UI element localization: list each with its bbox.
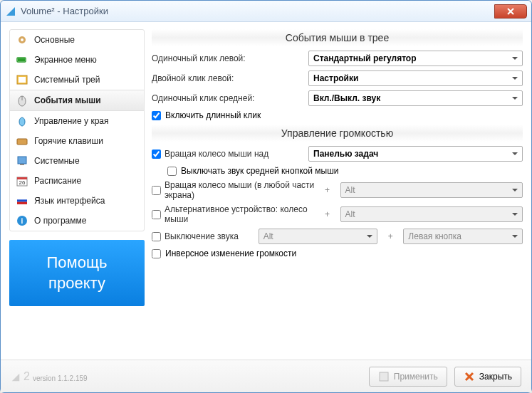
titlebar: Volume² - Настройки xyxy=(1,1,531,22)
plus-icon: + xyxy=(385,231,396,241)
close-icon xyxy=(507,8,514,15)
edge-icon xyxy=(16,115,28,127)
svg-rect-10 xyxy=(17,139,27,145)
info-icon: i xyxy=(16,214,28,227)
row-mute: Выключение звука Alt + Левая кнопка xyxy=(152,229,523,244)
row-inverse: Инверсное изменение громкости xyxy=(152,248,523,258)
label-inverse: Инверсное изменение громкости xyxy=(165,248,296,258)
section-tray-title: События мыши в трее xyxy=(152,29,523,46)
svg-rect-12 xyxy=(20,164,24,165)
svg-rect-17 xyxy=(17,199,27,201)
app-icon xyxy=(5,6,16,17)
window: Volume² - Настройки Основные Экранное ме… xyxy=(0,0,532,393)
sidebar-item-system[interactable]: Системные xyxy=(10,151,144,171)
sidebar-item-label: События мыши xyxy=(34,95,101,105)
sidebar: Основные Экранное меню Системный трей Со… xyxy=(9,29,145,360)
sidebar-item-hotkeys[interactable]: Горячие клавиши xyxy=(10,131,144,151)
close-button-footer[interactable]: Закрыть xyxy=(454,367,521,387)
svg-text:26: 26 xyxy=(19,179,26,186)
label-wheel-over: Вращая колесо мыши над xyxy=(165,149,268,159)
svg-marker-21 xyxy=(12,373,20,381)
row-wheel-over: Вращая колесо мыши над Панелью задач xyxy=(152,146,523,162)
version-label: 2 version 1.1.2.159 xyxy=(11,371,362,382)
select-double-left[interactable]: Настройки xyxy=(308,70,523,86)
body: Основные Экранное меню Системный трей Со… xyxy=(1,22,531,360)
tray-icon xyxy=(16,73,28,86)
sidebar-item-edge[interactable]: Управление у края xyxy=(10,111,144,131)
sidebar-item-mouse-events[interactable]: События мыши xyxy=(10,90,144,111)
gear-icon xyxy=(16,33,28,46)
label-double-left: Двойной клик левой: xyxy=(152,73,301,83)
select-wheel-anywhere-mod[interactable]: Alt xyxy=(340,182,523,198)
battery-icon xyxy=(16,53,28,66)
select-alt-device-mod[interactable]: Alt xyxy=(340,206,523,222)
row-long-click: Включить длинный клик xyxy=(152,110,523,120)
row-mute-middle: Выключать звук средней кнопкой мыши xyxy=(167,166,523,176)
svg-rect-18 xyxy=(17,202,27,204)
checkbox-long-click[interactable] xyxy=(152,111,161,120)
checkbox-wheel-anywhere[interactable] xyxy=(152,186,161,195)
system-icon xyxy=(16,154,28,167)
sidebar-item-label: Язык интерфейса xyxy=(34,196,105,206)
select-mute-mod[interactable]: Alt xyxy=(259,229,378,244)
promo-line2: проекту xyxy=(48,274,105,292)
label-mute-middle: Выключать звук средней кнопкой мыши xyxy=(181,166,338,176)
row-alt-device: Альтернативное устройство: колесо мыши +… xyxy=(152,204,523,224)
svg-rect-4 xyxy=(18,58,25,61)
close-icon xyxy=(464,371,475,382)
plus-icon: + xyxy=(322,209,333,219)
checkbox-mute[interactable] xyxy=(152,232,161,241)
window-title: Volume² - Настройки xyxy=(21,6,494,16)
sidebar-item-label: Системный трей xyxy=(34,75,100,85)
sidebar-item-tray[interactable]: Системный трей xyxy=(10,70,144,90)
checkbox-inverse[interactable] xyxy=(152,249,161,258)
sidebar-item-label: О программе xyxy=(34,216,86,226)
sidebar-item-label: Системные xyxy=(34,156,80,166)
svg-point-9 xyxy=(19,117,25,126)
svg-rect-22 xyxy=(380,372,388,381)
svg-rect-11 xyxy=(18,157,26,164)
label-wheel-anywhere: Вращая колесо мыши (в любой части экрана… xyxy=(165,180,315,200)
checkbox-mute-middle[interactable] xyxy=(167,167,177,176)
select-wheel-over[interactable]: Панелью задач xyxy=(308,146,523,162)
footer: 2 version 1.1.2.159 Применить Закрыть xyxy=(1,360,531,392)
apply-icon xyxy=(378,371,390,382)
checkbox-alt-device[interactable] xyxy=(152,210,161,219)
keyboard-icon xyxy=(16,135,28,147)
nav: Основные Экранное меню Системный трей Со… xyxy=(9,29,145,231)
svg-point-2 xyxy=(21,38,24,41)
sidebar-item-about[interactable]: i О программе xyxy=(10,211,144,231)
sidebar-item-label: Расписание xyxy=(34,176,81,186)
svg-marker-0 xyxy=(6,7,15,16)
row-double-left: Двойной клик левой: Настройки xyxy=(152,70,523,86)
promo-line1: Помощь xyxy=(47,253,108,271)
svg-rect-16 xyxy=(17,197,27,199)
select-mute-btn[interactable]: Левая кнопка xyxy=(403,229,523,244)
sidebar-item-language[interactable]: Язык интерфейса xyxy=(10,191,144,211)
row-single-middle: Одиночный клик средней: Вкл./Выкл. звук xyxy=(152,90,523,106)
sidebar-item-osd[interactable]: Экранное меню xyxy=(10,50,144,70)
row-wheel-anywhere: Вращая колесо мыши (в любой части экрана… xyxy=(152,180,523,200)
mouse-icon xyxy=(16,94,28,107)
label-single-middle: Одиночный клик средней: xyxy=(152,93,301,103)
row-single-left: Одиночный клик левой: Стандартный регуля… xyxy=(152,51,523,66)
plus-icon: + xyxy=(322,185,333,195)
content: События мыши в трее Одиночный клик левой… xyxy=(152,29,523,360)
sidebar-item-general[interactable]: Основные xyxy=(10,30,144,50)
select-single-left[interactable]: Стандартный регулятор xyxy=(308,51,523,66)
sidebar-item-schedule[interactable]: 26 Расписание xyxy=(10,171,144,191)
checkbox-wheel-over[interactable] xyxy=(152,150,161,159)
sidebar-item-label: Горячие клавиши xyxy=(34,136,103,146)
apply-button[interactable]: Применить xyxy=(369,367,447,387)
section-volume-title: Управление громкостью xyxy=(152,125,523,142)
svg-rect-6 xyxy=(19,77,26,83)
sidebar-item-label: Основные xyxy=(34,35,75,45)
flag-icon xyxy=(16,194,28,207)
help-project-banner[interactable]: Помощь проекту xyxy=(9,240,145,306)
select-single-middle[interactable]: Вкл./Выкл. звук xyxy=(308,90,523,106)
label-mute: Выключение звука xyxy=(165,231,239,241)
label-long-click: Включить длинный клик xyxy=(165,110,261,120)
close-button[interactable] xyxy=(494,4,527,19)
label-single-left: Одиночный клик левой: xyxy=(152,53,301,63)
label-alt-device: Альтернативное устройство: колесо мыши xyxy=(165,204,315,224)
